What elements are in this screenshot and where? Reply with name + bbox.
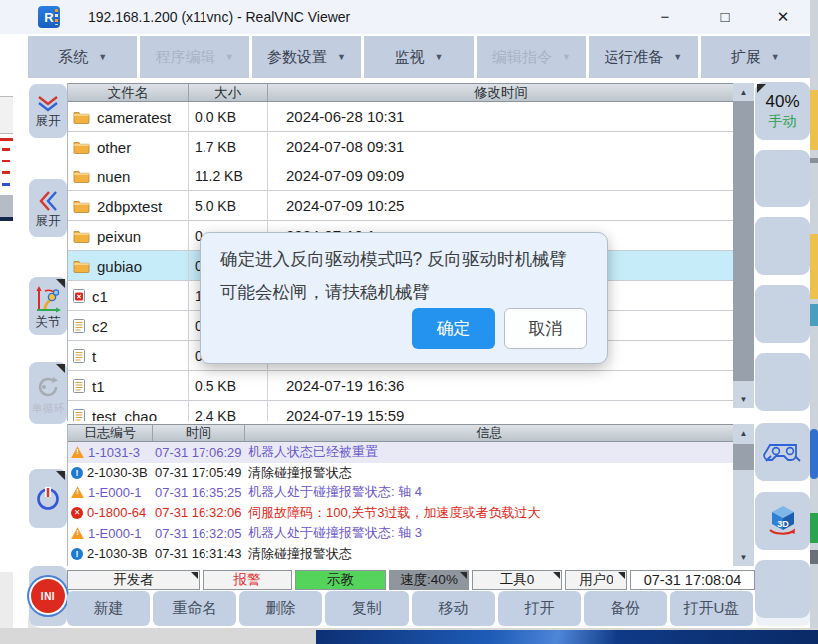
robot-arm-icon (33, 284, 63, 314)
desktop-red-line (0, 138, 13, 141)
teach-mode-status[interactable]: 示教 (295, 570, 386, 590)
desktop-label-fragment (810, 550, 818, 564)
log-time: 07-31 17:06:29 (153, 445, 245, 460)
program-file-error-icon (73, 289, 85, 303)
backup-button[interactable]: 备份 (584, 591, 666, 626)
folder-icon (73, 259, 90, 273)
close-button[interactable]: ✕ (764, 0, 802, 34)
file-scroll-track[interactable] (733, 101, 754, 390)
file-row[interactable]: cameratest 0.0 KB 2024-06-28 10:31 (68, 102, 733, 132)
scroll-up-icon[interactable]: ▲ (733, 424, 754, 442)
log-id: 1-E000-1 (88, 526, 141, 541)
user-level-developer[interactable]: 开发者 (67, 570, 200, 590)
tool-selector[interactable]: 工具0 (472, 570, 562, 590)
minimize-button[interactable]: − (646, 0, 684, 34)
gamepad-button[interactable] (755, 423, 810, 481)
file-table-header: 文件名 大小 修改时间 (68, 83, 733, 102)
file-name: 2dbpxtest (97, 198, 162, 215)
log-row[interactable]: ✕0-1800-64 07-31 16:32:06 伺服故障码：100,关节3过… (68, 503, 733, 524)
log-scroll-track[interactable] (733, 442, 754, 548)
scroll-down-icon[interactable]: ▼ (733, 390, 754, 408)
log-row[interactable]: !2-1030-3B 07-31 17:05:49 清除碰撞报警状态 (68, 463, 733, 483)
file-name: c2 (92, 318, 108, 335)
cancel-button[interactable]: 取消 (504, 308, 587, 349)
file-modified: 2024-07-19 15:59 (268, 401, 733, 421)
log-message: 机器人处于碰撞报警状态: 轴 3 (245, 524, 733, 542)
log-time: 07-31 16:35:25 (153, 485, 245, 500)
speed-mode-button[interactable]: 40% 手动 (755, 82, 810, 140)
move-button[interactable]: 移动 (412, 591, 495, 626)
log-row[interactable]: !1-E000-1 07-31 16:32:05 机器人处于碰撞报警状态: 轴 … (68, 523, 733, 544)
ini-button[interactable]: INI (29, 566, 67, 626)
chevron-down-icon: ▼ (435, 52, 444, 62)
new-button[interactable]: 新建 (67, 591, 150, 626)
log-row-selected[interactable]: !1-1031-3 07-31 17:06:29 机器人状态已经被重置 (68, 442, 733, 463)
menu-monitor[interactable]: 监视 ▼ (364, 36, 473, 78)
file-row[interactable]: other 1.7 KB 2024-07-08 09:31 (68, 132, 733, 161)
log-id: 1-1031-3 (88, 445, 140, 460)
menu-edit-instruction[interactable]: 编辑指令 ▼ (477, 36, 586, 78)
menu-label: 扩展 (731, 48, 761, 67)
copy-button[interactable]: 复制 (325, 591, 408, 626)
joint-mode-button[interactable]: 关节 (29, 277, 67, 335)
log-row[interactable]: !2-1030-3B 07-31 16:31:43 清除碰撞报警状态 (68, 544, 733, 565)
log-scroll-thumb[interactable] (733, 444, 754, 470)
chevron-down-icon: ▼ (98, 52, 107, 62)
file-name: t1 (92, 378, 105, 395)
log-message: 机器人状态已经被重置 (245, 443, 733, 461)
file-size: 1.7 KB (189, 132, 268, 161)
file-modified: 2024-06-28 10:31 (268, 102, 733, 132)
file-size: 5.0 KB (189, 191, 268, 221)
power-button[interactable] (29, 469, 67, 528)
desktop-blue-mark (2, 183, 10, 186)
right-panel-button-2[interactable] (755, 217, 810, 275)
open-button[interactable]: 打开 (498, 591, 581, 626)
file-name: c1 (92, 288, 108, 305)
file-scrollbar[interactable]: ▲ ▼ (733, 83, 754, 408)
log-time: 07-31 17:05:49 (153, 465, 245, 480)
scroll-up-icon[interactable]: ▲ (733, 83, 754, 101)
menu-system[interactable]: 系统 ▼ (28, 36, 137, 78)
confirm-button[interactable]: 确定 (412, 308, 495, 349)
right-panel-button-1[interactable] (755, 150, 810, 207)
3d-view-button[interactable]: 3D (755, 492, 810, 550)
chevron-down-icon: ▼ (673, 52, 682, 62)
menu-program-edit[interactable]: 程序编辑 ▼ (140, 36, 248, 78)
file-row[interactable]: 2dbpxtest 5.0 KB 2024-07-09 10:25 (68, 191, 733, 221)
menu-run-prepare[interactable]: 运行准备 ▼ (589, 36, 697, 78)
file-row[interactable]: test_chao 2.4 KB 2024-07-19 15:59 (68, 401, 733, 421)
right-panel-button-5[interactable] (755, 560, 810, 618)
menu-parameter-settings[interactable]: 参数设置 ▼ (252, 36, 361, 78)
file-row[interactable]: t1 0.5 KB 2024-07-19 16:36 (68, 371, 733, 401)
file-scroll-thumb[interactable] (733, 101, 754, 381)
warning-icon: ! (71, 527, 84, 539)
user-frame-selector[interactable]: 用户0 (565, 570, 627, 590)
log-row[interactable]: !1-E000-1 07-31 16:35:25 机器人处于碰撞报警状态: 轴 … (68, 483, 733, 503)
right-panel-button-3[interactable] (755, 285, 810, 343)
col-log-time: 时间 (153, 425, 245, 441)
log-id: 2-1030-3B (87, 465, 148, 480)
delete-button[interactable]: 删除 (239, 591, 322, 626)
file-size: 11.2 KB (189, 161, 268, 191)
file-name: gubiao (97, 258, 142, 275)
speed-status[interactable]: 速度:40% (389, 570, 469, 590)
open-usb-button[interactable]: 打开U盘 (670, 591, 753, 626)
file-row[interactable]: nuen 11.2 KB 2024-07-09 09:09 (68, 161, 733, 191)
scroll-down-icon[interactable]: ▼ (733, 548, 754, 566)
rename-button[interactable]: 重命名 (153, 591, 235, 626)
desktop-icon-fragment (810, 513, 818, 543)
alarm-status[interactable]: 报警 (203, 570, 292, 590)
single-loop-button[interactable]: 单循环 (29, 362, 67, 424)
document-icon (73, 319, 85, 333)
warning-icon: ! (71, 486, 84, 498)
chevron-down-icon: ▼ (562, 52, 571, 62)
col-modified: 修改时间 (268, 84, 733, 101)
log-scrollbar[interactable]: ▲ ▼ (733, 424, 754, 566)
expand-down-button[interactable]: 展开 (29, 84, 67, 138)
power-icon (33, 483, 63, 513)
menu-extension[interactable]: 扩展 ▼ (701, 36, 810, 78)
expand-left-button[interactable]: 展开 (29, 179, 67, 237)
reverse-drive-confirm-dialog: 确定进入反向驱动模式吗? 反向驱动时机械臂 可能会松闸，请扶稳机械臂 确定 取消 (200, 232, 608, 364)
maximize-button[interactable]: □ (706, 0, 744, 34)
right-panel-button-4[interactable] (755, 353, 810, 411)
